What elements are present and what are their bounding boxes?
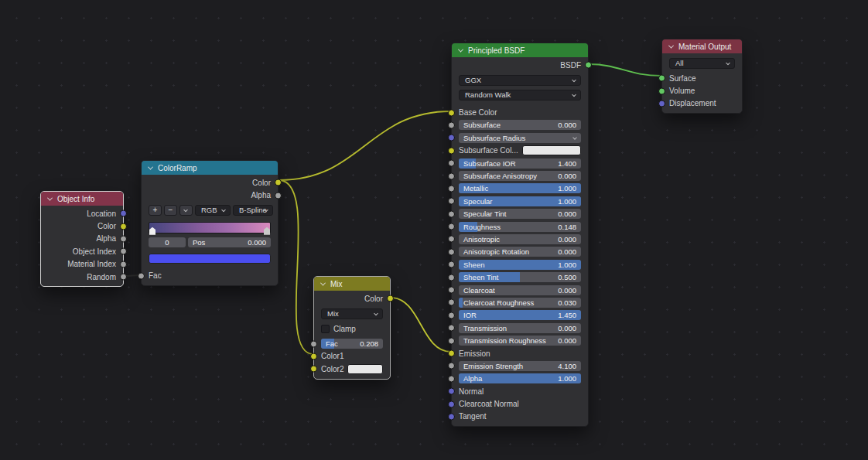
mix-node[interactable]: Mix Color Mix Clamp Fac 0.208 Col (313, 276, 391, 380)
color2-swatch[interactable] (347, 364, 383, 374)
socket-clearcoat-roughness-input[interactable] (448, 299, 455, 306)
socket-subsurface-ior-input[interactable] (448, 160, 455, 167)
ramp-options-button[interactable] (179, 205, 193, 216)
input-row-surface: Surface (662, 72, 742, 84)
input-row-ior: IOR1.450 (452, 309, 588, 322)
mix-header[interactable]: Mix (314, 277, 390, 291)
socket-sheen-input[interactable] (448, 261, 455, 268)
colorramp-node[interactable]: ColorRamp Color Alpha + − RGB B-Spline (141, 160, 279, 286)
socket-random-output[interactable] (120, 274, 127, 281)
clamp-checkbox[interactable] (321, 325, 330, 333)
subsurface-radius-dropdown[interactable]: Subsurface Radius (459, 133, 581, 143)
socket-alpha-input[interactable] (448, 375, 455, 382)
anisotropic-rotation-slider[interactable]: Anisotropic Rotation0.000 (459, 247, 581, 257)
socket-ramp-color-output[interactable] (275, 179, 282, 186)
stop-position-field[interactable]: Pos 0.000 (188, 237, 271, 247)
transmission-slider[interactable]: Transmission0.000 (459, 323, 581, 333)
output-label: Object Index (73, 247, 116, 256)
remove-stop-button[interactable]: − (164, 205, 177, 216)
metallic-slider[interactable]: Metallic1.000 (459, 183, 581, 193)
fac-slider[interactable]: Fac 0.208 (321, 339, 383, 349)
sheen-tint-slider[interactable]: Sheen Tint0.500 (459, 272, 581, 282)
socket-alpha-output[interactable] (120, 235, 127, 242)
roughness-slider[interactable]: Roughness0.148 (459, 222, 581, 232)
socket-mix-fac-input[interactable] (310, 340, 317, 347)
color-mode-dropdown[interactable]: RGB (195, 205, 231, 216)
socket-subsurface-color-input[interactable] (448, 147, 455, 154)
material-output-header[interactable]: Material Output (662, 39, 742, 53)
anisotropic-slider[interactable]: Anisotropic0.000 (459, 234, 581, 244)
socket-emission-input[interactable] (448, 350, 455, 357)
socket-object-index-output[interactable] (120, 248, 127, 255)
color-ramp-widget[interactable] (149, 222, 271, 233)
socket-normal-input[interactable] (448, 388, 455, 395)
subsurface-method-dropdown[interactable]: Random Walk (459, 90, 581, 101)
socket-transmission-input[interactable] (448, 325, 455, 332)
socket-mix-color-output[interactable] (387, 295, 394, 302)
subsurface-anisotropy-slider[interactable]: Subsurface Anisotropy0.000 (459, 171, 581, 181)
socket-specular-tint-input[interactable] (448, 210, 455, 217)
socket-ramp-fac-input[interactable] (138, 272, 145, 279)
socket-emission-strength-input[interactable] (448, 363, 455, 370)
target-dropdown[interactable]: All (669, 58, 735, 69)
distribution-dropdown[interactable]: GGX (459, 75, 581, 86)
transmission-roughness-slider[interactable]: Transmission Roughness0.000 (459, 336, 581, 346)
add-stop-button[interactable]: + (149, 205, 162, 216)
collapse-chevron-icon[interactable] (320, 280, 326, 285)
socket-subsurface-anisotropy-input[interactable] (448, 172, 455, 179)
subsurface-slider[interactable]: Subsurface0.000 (459, 120, 581, 130)
object-info-header[interactable]: Object Info (41, 192, 123, 206)
socket-bsdf-output[interactable] (585, 62, 592, 69)
alpha-slider[interactable]: Alpha1.000 (459, 373, 581, 383)
colorramp-header[interactable]: ColorRamp (142, 161, 278, 175)
output-label: Random (87, 273, 116, 281)
object-info-node[interactable]: Object Info Location Color Alpha Object … (40, 191, 124, 287)
subsurface-ior-slider[interactable]: Subsurface IOR1.400 (459, 158, 581, 169)
socket-ior-input[interactable] (448, 312, 455, 319)
material-output-node[interactable]: Material Output All Surface Volume Displ… (661, 39, 743, 114)
output-label: Color (364, 295, 383, 303)
socket-clearcoat-input[interactable] (448, 287, 455, 294)
socket-anisotropic-input[interactable] (448, 236, 455, 243)
socket-base-color-input[interactable] (448, 109, 455, 116)
specular-tint-slider[interactable]: Specular Tint0.000 (459, 209, 581, 219)
clearcoat-roughness-slider[interactable]: Clearcoat Roughness0.030 (459, 298, 581, 308)
socket-location-output[interactable] (120, 210, 127, 217)
collapse-chevron-icon[interactable] (148, 164, 153, 169)
socket-specular-input[interactable] (448, 198, 455, 205)
emission-strength-slider[interactable]: Emission Strength4.100 (459, 361, 581, 371)
interpolation-dropdown[interactable]: B-Spline (233, 205, 273, 216)
socket-subsurface-input[interactable] (448, 121, 455, 128)
blend-mode-dropdown[interactable]: Mix (321, 308, 383, 319)
collapse-chevron-icon[interactable] (668, 43, 674, 48)
socket-surface-input[interactable] (658, 75, 665, 82)
clearcoat-slider[interactable]: Clearcoat0.000 (459, 285, 581, 295)
socket-displacement-input[interactable] (658, 100, 665, 107)
principled-header[interactable]: Principled BSDF (452, 43, 588, 57)
socket-metallic-input[interactable] (448, 185, 455, 192)
socket-volume-input[interactable] (658, 87, 665, 94)
color-ramp-gradient[interactable] (149, 222, 271, 233)
specular-slider[interactable]: Specular1.000 (459, 196, 581, 206)
collapse-chevron-icon[interactable] (458, 46, 463, 52)
ior-slider[interactable]: IOR1.450 (459, 310, 581, 320)
socket-roughness-input[interactable] (448, 223, 455, 230)
socket-subsurface-radius-input[interactable] (448, 135, 455, 141)
selected-stop-color-swatch[interactable] (149, 254, 271, 264)
node-editor-canvas[interactable]: { "colors": { "accent_slider_fill": "#4a… (0, 0, 868, 460)
socket-sheen-tint-input[interactable] (448, 274, 455, 281)
socket-material-index-output[interactable] (120, 261, 127, 267)
socket-anisotropic-rotation-input[interactable] (448, 248, 455, 255)
socket-clearcoat-normal-input[interactable] (448, 400, 455, 407)
socket-ramp-alpha-output[interactable] (275, 192, 282, 199)
collapse-chevron-icon[interactable] (47, 195, 53, 200)
subsurface-color-swatch[interactable] (522, 145, 581, 155)
socket-mix-color2-input[interactable] (310, 366, 317, 373)
socket-color-output[interactable] (120, 223, 127, 230)
principled-bsdf-node[interactable]: Principled BSDF BSDF GGX Random Walk Bas… (451, 43, 589, 427)
socket-tangent-input[interactable] (448, 413, 455, 420)
active-stop-index-field[interactable]: 0 (149, 237, 186, 247)
sheen-slider[interactable]: Sheen1.000 (459, 260, 581, 270)
socket-transmission-roughness-input[interactable] (448, 337, 455, 344)
socket-mix-color1-input[interactable] (310, 353, 317, 359)
